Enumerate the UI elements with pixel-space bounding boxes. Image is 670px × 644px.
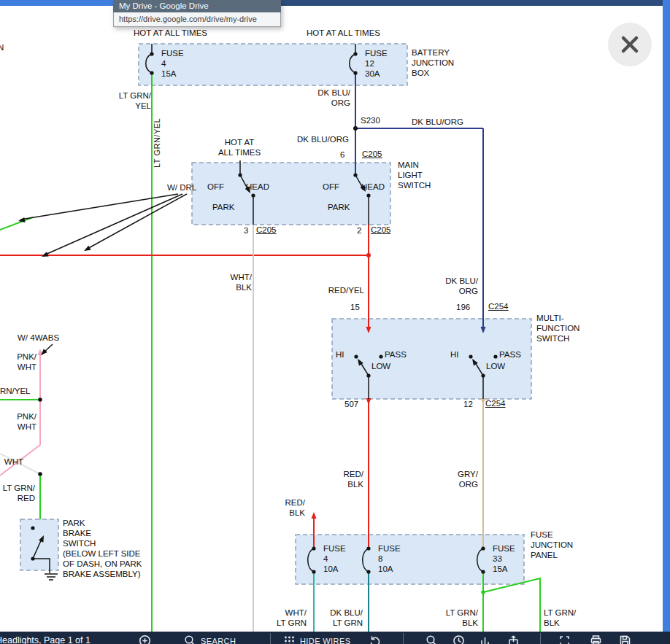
mls1-head-label: HEAD	[246, 182, 269, 192]
share-icon	[507, 635, 520, 644]
mls1-off-label: OFF	[207, 182, 224, 192]
fullscreen-button[interactable]	[558, 635, 571, 644]
mfs1-hi-label: HI	[336, 349, 344, 360]
printer-icon	[590, 635, 602, 644]
history-button[interactable]	[453, 635, 465, 644]
connector-c254-link-bottom[interactable]: C254	[485, 398, 506, 408]
wire-label-lt-grn-blk-2: LT GRN/ BLK	[544, 608, 576, 628]
wire-gry-org[interactable]	[481, 398, 486, 548]
search-label: SEARCH	[201, 637, 236, 644]
bottom-toolbar: Headlights, Page 1 of 1 SEARCH HIDE WIRE…	[0, 632, 670, 644]
w-4wabs-arrow	[39, 344, 53, 357]
search-button[interactable]: SEARCH	[184, 635, 236, 644]
fuse-junction-panel-label: FUSE JUNCTION PANEL	[531, 529, 573, 560]
wire-label-lt-grn-yel: LT GRN/ YEL	[109, 90, 151, 111]
w-drl-arrows	[18, 194, 187, 259]
pin-507-label: 507	[344, 399, 358, 409]
mls2-off-label: OFF	[323, 182, 339, 192]
search-icon	[184, 635, 196, 644]
save-button[interactable]	[619, 635, 631, 644]
magnifier-button[interactable]	[426, 635, 438, 644]
wire-label-red-yel: RED/YEL	[317, 285, 364, 295]
mfs1-pass-label: PASS	[385, 349, 407, 360]
fuse-4-15a-label: FUSE 4 15A	[161, 48, 184, 79]
tooltip-title: My Drive - Google Drive	[113, 0, 281, 12]
hot-at-all-times-label-3: HOT AT ALL TIMES	[216, 137, 263, 158]
mls2-park-label: PARK	[328, 202, 350, 212]
connector-c205-link-left[interactable]: C205	[256, 225, 277, 235]
mfs2-pass-label: PASS	[499, 349, 521, 360]
splice-s230-label: S230	[361, 115, 380, 125]
wire-red[interactable]	[0, 225, 371, 548]
bars-icon	[479, 635, 491, 644]
zoom-in-button[interactable]	[139, 635, 151, 644]
pin-196-label: 196	[456, 302, 470, 312]
mfs2-low-label: LOW	[486, 361, 505, 371]
hot-at-all-times-label-2: HOT AT ALL TIMES	[307, 28, 380, 38]
fuse-8-10a-label: FUSE 8 10A	[378, 543, 401, 574]
connector-c205-link-right[interactable]: C205	[371, 225, 391, 235]
pin-12-label: 12	[463, 399, 473, 409]
fuse-33-15a-label: FUSE 33 15A	[493, 543, 515, 574]
fuse-4-10a-label: FUSE 4 10A	[323, 543, 346, 574]
main-light-switch-label: MAIN LIGHT SWITCH	[398, 160, 431, 190]
hide-wires-label: HIDE WIRES	[300, 637, 350, 644]
wire-label-grn-yel: GRN/YEL	[0, 386, 31, 396]
pin-6-label: 6	[340, 150, 344, 160]
wire-label-red-blk-1: RED/ BLK	[334, 469, 363, 489]
levels-button[interactable]	[479, 635, 491, 644]
fullscreen-icon	[558, 635, 571, 644]
undo-button[interactable]	[369, 635, 381, 644]
share-button[interactable]	[507, 635, 520, 644]
splice-s230-dot	[353, 126, 358, 131]
edge-cut-label: N	[0, 42, 4, 53]
park-brake-switch-label: PARK BRAKE SWITCH (BELOW LEFT SIDE OF DA…	[63, 518, 142, 579]
multi-function-switch-label: MULTI- FUNCTION SWITCH	[536, 313, 579, 344]
wire-label-wht-lt-grn: WHT/ LT GRN	[269, 608, 307, 628]
hide-wires-icon	[283, 635, 296, 644]
mls2-head-label: HEAD	[361, 182, 385, 192]
wire-label-gry-org: GRY/ ORG	[447, 469, 478, 489]
fuse-12-30a-label: FUSE 12 30A	[365, 48, 388, 79]
wire-label-dk-blu-org-2: DK BLU/ORG	[412, 117, 463, 127]
wire-label-lt-grn-blk-1: LT GRN/ BLK	[438, 608, 478, 628]
wire-label-pnk-wht-1: PNK/ WHT	[7, 352, 36, 372]
w-drl-label: W/ DRL	[167, 182, 196, 193]
mfs2-hi-label: HI	[450, 349, 459, 360]
pin-2-label: 2	[357, 225, 361, 236]
clock-icon	[453, 635, 465, 644]
zoom-in-icon	[139, 635, 151, 644]
main-light-switch-outline	[192, 163, 390, 225]
wire-label-red-blk-2: RED/ BLK	[276, 497, 305, 518]
page-indicator: Headlights, Page 1 of 1	[0, 635, 91, 644]
link-tooltip: My Drive - Google Drive https://drive.go…	[113, 0, 281, 27]
toolbar-divider-3	[540, 633, 541, 644]
undo-icon	[369, 635, 381, 644]
wire-label-dk-blu-org-1: DK BLU/ ORG	[309, 88, 350, 108]
wire-label-dk-blu-org-4: DK BLU/ ORG	[437, 276, 478, 296]
connector-c254-link-top[interactable]: C254	[488, 301, 509, 311]
close-icon	[608, 23, 652, 66]
top-edge-strip-dark	[281, 0, 670, 6]
wire-label-wht-blk: WHT/ BLK	[219, 272, 252, 292]
save-icon	[619, 635, 631, 644]
battery-junction-box-label: BATTERY JUNCTION BOX	[412, 47, 454, 78]
wiring-diagram-viewer: N HOT AT ALL TIMES HOT AT ALL TIMES BATT…	[0, 0, 670, 644]
wire-label-dk-blu-lt-grn: DK BLU/ LT GRN	[320, 608, 363, 628]
pin-3-label: 3	[244, 225, 248, 236]
hot-at-all-times-label-1: HOT AT ALL TIMES	[134, 28, 207, 38]
toolbar-divider-2	[403, 633, 404, 644]
toolbar-divider-1	[270, 633, 271, 644]
wire-label-lt-grn-red: LT GRN/ RED	[1, 483, 35, 503]
pin-15-label: 15	[350, 302, 360, 312]
wire-label-pnk-wht-2: PNK/ WHT	[7, 411, 36, 432]
wire-label-wht: WHT	[0, 457, 23, 467]
tooltip-url: https://drive.google.com/drive/my-drive	[113, 12, 281, 27]
hide-wires-button[interactable]: HIDE WIRES	[283, 635, 350, 644]
close-button[interactable]	[608, 23, 652, 66]
wire-label-lt-grn-yel-vertical: LT GRN/YEL	[153, 106, 161, 168]
wire-label-dk-blu-org-3: DK BLU/ORG	[295, 134, 349, 144]
mfs1-low-label: LOW	[371, 361, 390, 371]
print-button[interactable]	[590, 635, 602, 644]
connector-c205-link-top[interactable]: C205	[362, 149, 382, 159]
